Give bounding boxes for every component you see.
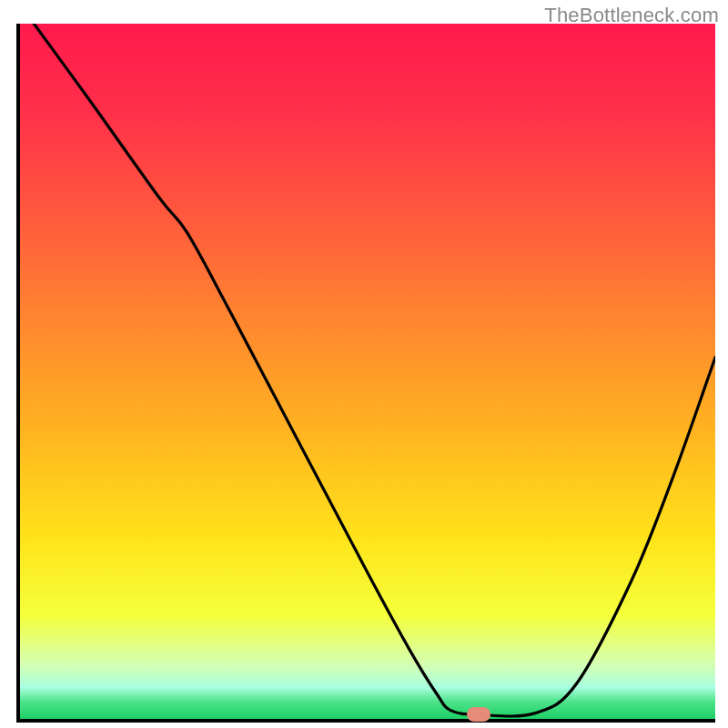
optimal-point-marker <box>467 707 490 722</box>
chart-area <box>20 24 715 719</box>
gradient-background <box>20 24 715 719</box>
